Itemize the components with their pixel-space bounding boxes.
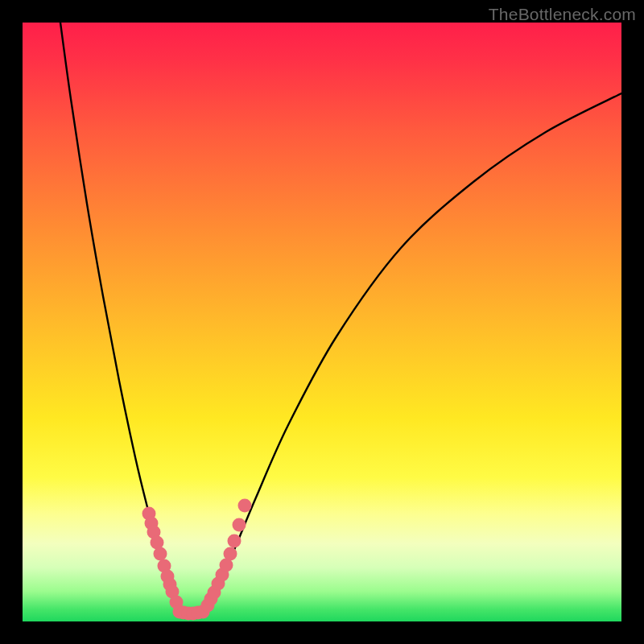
data-point (233, 518, 246, 532)
bottleneck-curve (23, 23, 621, 621)
data-points (142, 499, 252, 621)
data-point (224, 547, 237, 561)
data-point (238, 499, 252, 513)
watermark-text: TheBottleneck.com (489, 5, 636, 24)
curve-left-branch (60, 23, 180, 612)
data-point (228, 535, 242, 548)
curve-right-branch (204, 93, 621, 612)
data-point (154, 547, 167, 561)
chart-plot-area (23, 23, 621, 621)
